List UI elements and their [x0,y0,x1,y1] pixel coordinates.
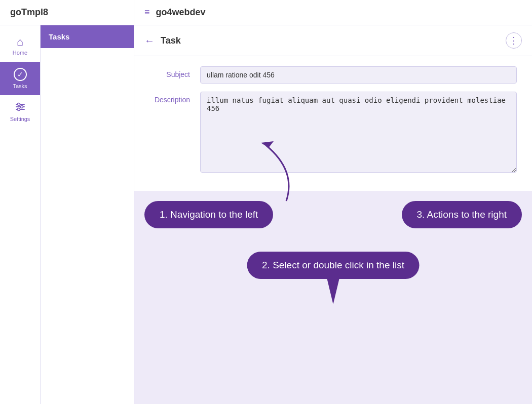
main-area: ⌂ Home ✓ Tasks Settings Tasks [0,25,532,404]
app-title-area: goTmpl8 [0,0,134,25]
callout-2-container: 2. Select or double click in the list [247,252,420,304]
content-area: ← Task ⋮ Subject Description [134,25,532,404]
back-button[interactable]: ← [144,35,155,46]
more-options-button[interactable]: ⋮ [506,32,522,49]
description-label: Description [149,92,200,104]
top-header: goTmpl8 ≡ go4webdev [0,0,532,25]
sidebar-panel-header: Tasks [41,25,134,48]
annotation-area: 1. Navigation to the left 3. Actions to … [134,191,532,404]
sidebar-panel: Tasks [41,25,134,404]
callout-3-container: 3. Actions to the right [402,201,522,228]
svg-marker-6 [261,141,274,148]
sidebar-item-tasks[interactable]: ✓ Tasks [0,62,40,95]
sidebar-home-label: Home [13,50,27,56]
task-title: Task [161,35,181,46]
sidebar-tasks-label: Tasks [13,83,27,89]
hamburger-icon[interactable]: ≡ [144,7,150,18]
tasks-icon: ✓ [14,68,27,81]
task-header-left: ← Task [144,35,181,46]
callout-select: 2. Select or double click in the list [247,252,420,279]
callout-navigation: 1. Navigation to the left [144,201,273,228]
subject-input[interactable] [200,66,517,84]
callout-actions: 3. Actions to the right [402,201,522,228]
subject-label: Subject [149,66,200,78]
header-app-name: go4webdev [156,7,206,18]
svg-point-4 [20,106,23,108]
header-right: ≡ go4webdev [134,7,532,18]
task-header: ← Task ⋮ [134,25,532,56]
sidebar: ⌂ Home ✓ Tasks Settings [0,25,41,404]
callout-2-arrow [327,279,339,304]
settings-icon [15,101,26,114]
sidebar-item-settings[interactable]: Settings [0,95,40,128]
app-title: goTmpl8 [10,7,48,18]
subject-row: Subject [149,66,517,84]
home-icon: ⌂ [17,36,23,48]
svg-point-5 [17,108,20,111]
callout-1-container: 1. Navigation to the left [144,201,273,228]
sidebar-settings-label: Settings [10,116,30,122]
sidebar-item-home[interactable]: ⌂ Home [0,30,40,62]
callout-1-arrow-svg [195,140,367,206]
svg-point-3 [17,103,20,106]
